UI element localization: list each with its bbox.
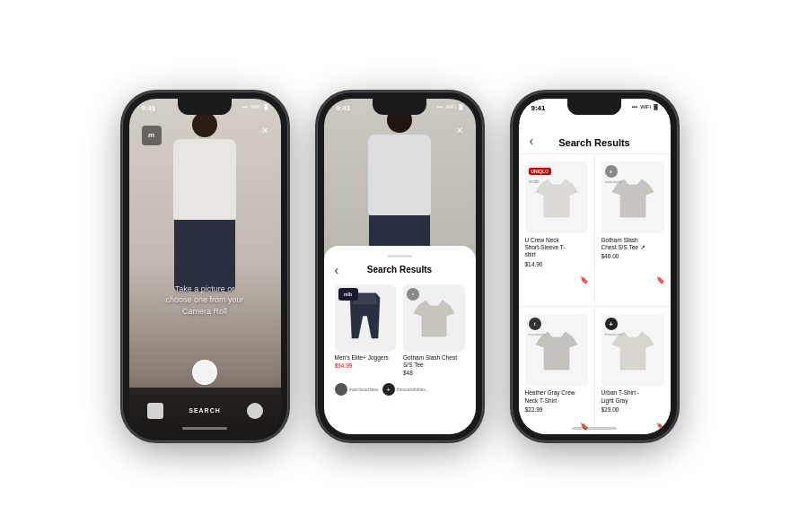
- status-time-2: 9:41: [337, 104, 351, 112]
- results-header: ‹ Search Results: [519, 117, 671, 154]
- brand-badge-mlb: mlb: [338, 288, 358, 301]
- home-indicator-2: [377, 427, 422, 430]
- result-image-2: s saturdaypk: [601, 161, 664, 233]
- product-image-joggers: mlb: [335, 284, 397, 352]
- scene: 9:41 ▪▪▪ WiFi ▓ m ✕ Take a picture or ch…: [104, 74, 696, 459]
- product-name-joggers: Men's Elite+ Joggers: [335, 354, 397, 362]
- result-name-4: Urban T-Shirt - Light Gray: [601, 389, 652, 405]
- man-body-2: [368, 135, 431, 215]
- result-info-1: U Crew Neck Short-Sleeve T-shirt $14.90: [525, 237, 588, 267]
- brand-strip-item-1: trueclassictees: [335, 383, 379, 396]
- brand-strip: trueclassictees + thousandmiles...: [335, 383, 465, 396]
- shutter-button[interactable]: [192, 360, 217, 385]
- result-item-2[interactable]: s saturdaypk Gotham Slash Chest S/S Tee …: [595, 154, 671, 307]
- man-body: [173, 139, 236, 220]
- full-results-screen: 9:41 ▪▪▪ WiFi ▓ ‹ Search Results: [519, 99, 671, 434]
- result-price-2: $40.00: [601, 253, 652, 259]
- battery-icon-2: ▓: [459, 104, 462, 109]
- status-icons-2: ▪▪▪ WiFi ▓: [437, 104, 463, 109]
- product-price-joggers: $94.99: [335, 362, 397, 369]
- bookmark-icon-4[interactable]: 🔖: [656, 423, 665, 431]
- tshirt-svg: [409, 293, 459, 343]
- close-button-1[interactable]: ✕: [261, 126, 268, 135]
- status-time-3: 9:41: [531, 104, 546, 112]
- app-logo-1: m: [142, 126, 162, 145]
- notch-2: [373, 99, 426, 115]
- result-name-3: Heather Gray Crew Neck T-Shirt: [525, 389, 575, 405]
- brand-badge-saturday: s: [407, 288, 419, 301]
- sheet-handle: [387, 255, 412, 257]
- result-item-1[interactable]: UNIQLO uniqlo U Crew Neck Short-Sleeve T…: [519, 154, 594, 307]
- result-price-1: $14.90: [525, 261, 575, 267]
- product-card-joggers: mlb Men's Elite+ Joggers $94.99: [335, 284, 397, 377]
- notch: [178, 99, 232, 115]
- result-info-2: Gotham Slash Chest S/S Tee ↗ $40.00: [601, 237, 664, 260]
- brand-badge-trueclassic: t: [529, 318, 541, 330]
- result-price-3: $22.99: [525, 406, 575, 413]
- selfie-icon[interactable]: [247, 403, 263, 419]
- result-info-4: Urban T-Shirt - Light Gray $29.00: [601, 389, 664, 413]
- wifi-icon-3: WiFi: [640, 104, 651, 109]
- signal-icon: ▪▪▪: [242, 104, 248, 109]
- man-pants: [174, 220, 235, 292]
- sheet-header: ‹ Search Results: [335, 263, 465, 277]
- results-title: Search Results: [558, 137, 629, 148]
- product-name-tshirt: Gotham Slash Chest S/S Tee: [403, 354, 465, 370]
- status-time-1: 9:41: [142, 104, 156, 112]
- product-image-tshirt: s: [403, 284, 465, 352]
- status-icons-1: ▪▪▪ WiFi ▓: [242, 104, 268, 109]
- product-price-tshirt: $48: [403, 370, 465, 376]
- signal-icon-3: ▪▪▪: [632, 104, 637, 109]
- bookmark-icon-1[interactable]: 🔖: [580, 276, 589, 284]
- phone-partial-results: 9:41 ▪▪▪ WiFi ▓ ✕ ‹ Search Results: [317, 92, 483, 441]
- phone-camera: 9:41 ▪▪▪ WiFi ▓ m ✕ Take a picture or ch…: [122, 92, 288, 441]
- brand-strip-item-2: + thousandmiles...: [382, 383, 429, 396]
- signal-icon-2: ▪▪▪: [437, 104, 443, 109]
- product-card-tshirt: s Gotham Slash Chest S/S Tee $48: [403, 284, 465, 377]
- result-name-2: Gotham Slash Chest S/S Tee ↗: [601, 237, 652, 252]
- battery-icon: ▓: [264, 104, 268, 109]
- brand-sublabel-4: thousandmi: [605, 332, 624, 336]
- result-image-1: UNIQLO uniqlo: [525, 161, 588, 233]
- tshirt-svg-4: [606, 323, 660, 377]
- result-item-4[interactable]: + thousandmi Urban T-Shirt - Light Gray …: [595, 307, 671, 433]
- wifi-icon: WiFi: [250, 104, 261, 109]
- tshirt-svg-1: [530, 170, 584, 224]
- brand-sublabel-1: uniqlo: [529, 179, 540, 184]
- search-results-sheet: ‹ Search Results mlb: [324, 246, 476, 434]
- back-button-2[interactable]: ‹: [335, 263, 339, 277]
- products-row: mlb Men's Elite+ Joggers $94.99: [335, 284, 465, 377]
- sheet-title: Search Results: [367, 265, 432, 275]
- result-name-1: U Crew Neck Short-Sleeve T-shirt: [525, 237, 575, 259]
- search-label[interactable]: SEARCH: [189, 407, 221, 414]
- back-button-3[interactable]: ‹: [530, 134, 534, 148]
- notch-cover-3: [567, 99, 621, 115]
- wifi-icon-2: WiFi: [445, 104, 456, 109]
- result-item-3[interactable]: t trueclassic Heather Gray Crew Neck T-S…: [519, 307, 594, 433]
- results-grid: UNIQLO uniqlo U Crew Neck Short-Sleeve T…: [519, 154, 671, 434]
- close-button-2[interactable]: ✕: [456, 126, 463, 135]
- brand-sublabel-2: saturdaypk: [605, 179, 623, 184]
- phone-full-results: 9:41 ▪▪▪ WiFi ▓ ‹ Search Results: [512, 92, 678, 441]
- brand-badge-uniqlo: UNIQLO: [529, 165, 551, 178]
- brand-sublabel-3: trueclassic: [529, 332, 546, 336]
- home-indicator-1: [182, 427, 227, 430]
- camera-overlay-text: Take a picture or choose one from your C…: [129, 283, 281, 318]
- result-image-4: + thousandmi: [601, 314, 664, 386]
- brand-badge-thousand: +: [605, 318, 618, 330]
- gallery-icon[interactable]: [147, 403, 163, 419]
- tshirt-svg-3: [530, 323, 584, 377]
- tshirt-svg-2: [606, 170, 660, 224]
- bookmark-icon-2[interactable]: 🔖: [656, 276, 665, 284]
- home-indicator-3: [572, 427, 617, 430]
- brand-badge-saturday: s: [605, 165, 618, 178]
- result-info-3: Heather Gray Crew Neck T-Shirt $22.99: [525, 389, 588, 413]
- status-icons-3: ▪▪▪ WiFi ▓: [632, 104, 658, 109]
- result-image-3: t trueclassic: [525, 314, 588, 386]
- man-figure: [164, 112, 245, 310]
- result-price-4: $29.00: [601, 406, 652, 413]
- battery-icon-3: ▓: [654, 104, 657, 109]
